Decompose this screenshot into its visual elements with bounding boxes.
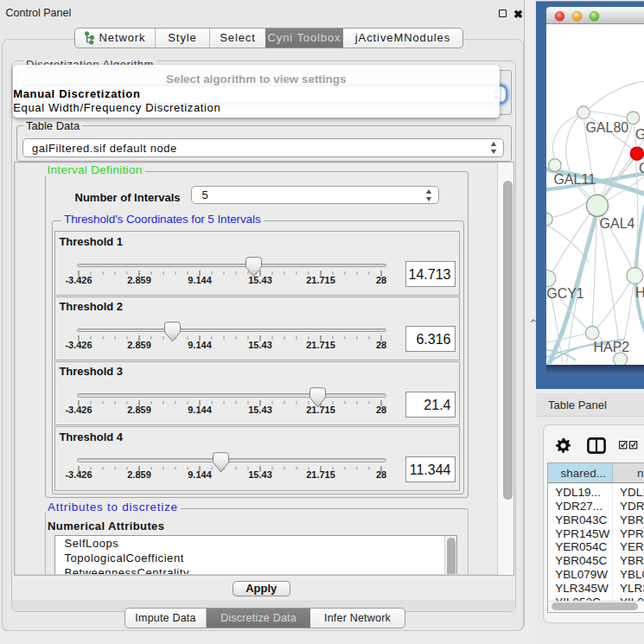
svg-text:GAL4: GAL4	[599, 216, 634, 231]
svg-text:GAL80: GAL80	[585, 120, 628, 135]
svg-text:CY: CY	[638, 161, 644, 175]
svg-text:GAL11: GAL11	[553, 172, 596, 187]
svg-text:GCY1: GCY1	[546, 286, 584, 301]
svg-text:HA: HA	[634, 285, 644, 300]
svg-text:GA: GA	[634, 127, 644, 142]
svg-text:HAP2: HAP2	[593, 340, 629, 354]
